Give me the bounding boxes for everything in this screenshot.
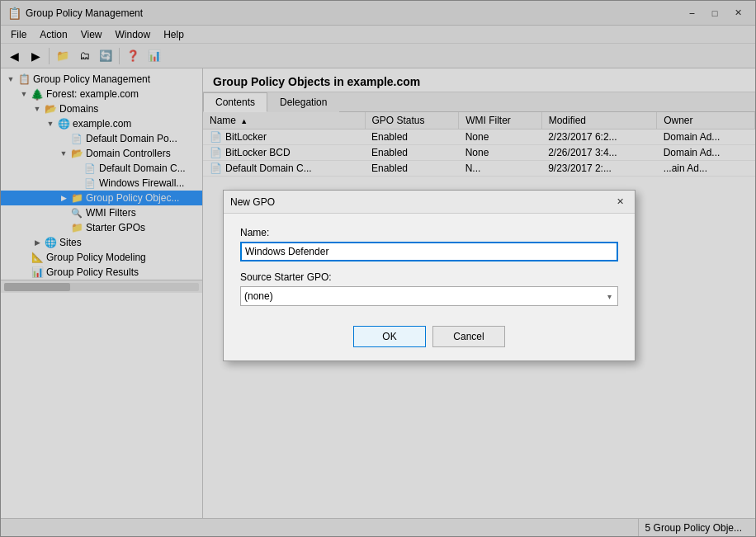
dialog-title-bar: New GPO ✕	[224, 191, 635, 214]
dialog-name-label: Name:	[240, 227, 618, 238]
dialog-source-field: Source Starter GPO: (none)	[240, 271, 618, 306]
dialog-title: New GPO	[230, 196, 612, 208]
dialog-ok-button[interactable]: OK	[353, 326, 426, 347]
dialog-source-select[interactable]: (none)	[240, 286, 618, 306]
dialog-overlay: New GPO ✕ Name: Source Starter GPO: (non…	[0, 0, 756, 537]
dialog-source-select-wrapper: (none)	[240, 286, 618, 306]
dialog-source-label: Source Starter GPO:	[240, 271, 618, 283]
dialog-name-field: Name:	[240, 227, 618, 261]
dialog-close-button[interactable]: ✕	[612, 195, 628, 210]
dialog-cancel-button[interactable]: Cancel	[432, 326, 505, 347]
dialog-buttons: OK Cancel	[224, 319, 635, 360]
dialog-name-input[interactable]	[240, 242, 618, 261]
new-gpo-dialog: New GPO ✕ Name: Source Starter GPO: (non…	[223, 190, 636, 361]
dialog-content: Name: Source Starter GPO: (none)	[224, 214, 635, 319]
